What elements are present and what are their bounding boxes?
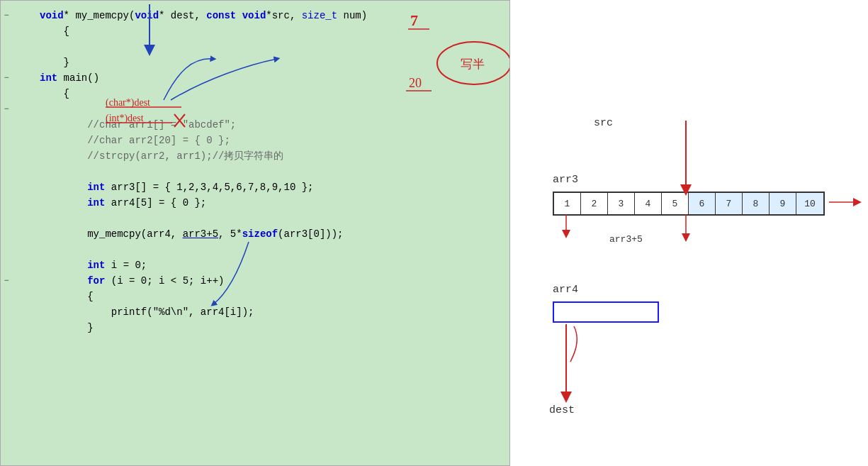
code-line-18: − for (i = 0; i < 5; i++) [1, 273, 509, 289]
fold-icon-14 [1, 211, 12, 226]
fold-icon-1[interactable]: − [1, 8, 12, 23]
arr3-cell-5: 5 [662, 193, 689, 214]
code-text-9: //char arr2[20] = { 0 }; [37, 133, 509, 148]
fold-icon-2 [1, 23, 12, 39]
arr4-array [553, 301, 659, 323]
code-line-17: int i = 0; [1, 257, 509, 273]
code-text-15: my_memcpy(arr4, arr3+5, 5*sizeof(arr3[0]… [37, 226, 509, 242]
code-text-11 [37, 164, 509, 179]
code-line-2: { [1, 23, 509, 39]
arr3-cell-9: 9 [770, 193, 796, 214]
code-text-19: { [37, 289, 509, 304]
code-line-6: { [1, 86, 509, 101]
fold-icon-7[interactable]: − [1, 101, 12, 117]
code-line-15: my_memcpy(arr4, arr3+5, 5*sizeof(arr3[0]… [1, 226, 509, 242]
code-text-20: printf("%d\n", arr4[i]); [37, 304, 509, 320]
arr3-cell-8: 8 [743, 193, 770, 214]
code-text-18: for (i = 0; i < 5; i++) [37, 273, 509, 289]
code-line-5: − int main() [1, 70, 509, 86]
code-text-5: int main() [37, 70, 509, 86]
code-line-20: printf("%d\n", arr4[i]); [1, 304, 509, 320]
fold-icon-13 [1, 195, 12, 211]
code-line-16 [1, 242, 509, 257]
fold-icon-5[interactable]: − [1, 70, 12, 86]
arr3-cell-1: 1 [554, 193, 581, 214]
arr3-label: arr3 [553, 174, 578, 186]
code-text-7 [37, 101, 509, 117]
code-text-13: int arr4[5] = { 0 }; [37, 195, 509, 211]
dest-label: dest [549, 404, 575, 416]
code-line-7: − [1, 101, 509, 117]
code-line-12: int arr3[] = { 1,2,3,4,5,6,7,8,9,10 }; [1, 179, 509, 195]
fold-icon-20 [1, 304, 12, 320]
code-line-14 [1, 211, 509, 226]
arr3-cell-7: 7 [716, 193, 743, 214]
code-panel: − void* my_memcpy(void* dest, const void… [0, 0, 510, 466]
src-label: src [594, 117, 613, 129]
code-text-10: //strcpy(arr2, arr1);//拷贝字符串的 [37, 148, 509, 164]
fold-icon-4 [1, 55, 12, 70]
arr3plus5-label: arr3+5 [609, 234, 643, 245]
code-line-8: //char arr1[] = "abcdef"; [1, 117, 509, 133]
code-line-3 [1, 39, 509, 55]
code-line-10: //strcpy(arr2, arr1);//拷贝字符串的 [1, 148, 509, 164]
arr3-cell-2: 2 [581, 193, 608, 214]
right-panel: src arr3 1 2 3 4 5 6 7 8 9 10 arr3+5 arr… [510, 0, 868, 466]
code-text-12: int arr3[] = { 1,2,3,4,5,6,7,8,9,10 }; [37, 179, 509, 195]
fold-icon-16 [1, 242, 12, 257]
code-text-2: { [37, 23, 509, 39]
fold-icon-17 [1, 257, 12, 273]
code-text-17: int i = 0; [37, 257, 509, 273]
code-line-11 [1, 164, 509, 179]
diagram-svg [510, 0, 868, 466]
code-text-16 [37, 242, 509, 257]
arr3-array: 1 2 3 4 5 6 7 8 9 10 [553, 192, 825, 216]
code-line-19: { [1, 289, 509, 304]
fold-icon-9 [1, 133, 12, 148]
fold-icon-18[interactable]: − [1, 273, 12, 289]
fold-icon-21 [1, 320, 12, 335]
arr3-cell-10: 10 [796, 193, 823, 214]
code-text-14 [37, 211, 509, 226]
arr3-cell-6: 6 [689, 193, 716, 214]
fold-icon-11 [1, 164, 12, 179]
fold-icon-3 [1, 39, 12, 55]
code-line-9: //char arr2[20] = { 0 }; [1, 133, 509, 148]
code-line-13: int arr4[5] = { 0 }; [1, 195, 509, 211]
fold-icon-12 [1, 179, 12, 195]
fold-icon-10 [1, 148, 12, 164]
fold-icon-6 [1, 86, 12, 101]
code-text-8: //char arr1[] = "abcdef"; [37, 117, 509, 133]
fold-icon-19 [1, 289, 12, 304]
code-text-6: { [37, 86, 509, 101]
code-text-4: } [37, 55, 509, 70]
code-line-4: } [1, 55, 509, 70]
fold-icon-8 [1, 117, 12, 133]
code-line-21: } [1, 320, 509, 335]
code-line-1: − void* my_memcpy(void* dest, const void… [1, 8, 509, 23]
code-text-21: } [37, 320, 509, 335]
arr3-cell-3: 3 [608, 193, 635, 214]
code-text-1: void* my_memcpy(void* dest, const void*s… [37, 8, 509, 23]
code-text-3 [37, 39, 509, 55]
arr4-label: arr4 [553, 284, 578, 296]
fold-icon-15 [1, 226, 12, 242]
arr3-cell-4: 4 [635, 193, 662, 214]
